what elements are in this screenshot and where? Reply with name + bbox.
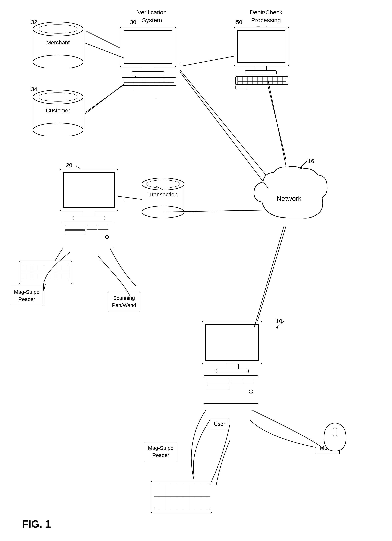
- svg-rect-34: [122, 87, 134, 90]
- svg-line-5: [268, 86, 286, 160]
- svg-point-92: [249, 390, 253, 393]
- svg-point-11: [33, 55, 83, 68]
- svg-rect-62: [87, 225, 97, 229]
- user-computer-10: [200, 320, 272, 409]
- svg-line-8: [256, 226, 286, 326]
- verification-computer: [118, 26, 182, 95]
- svg-rect-36: [238, 30, 285, 62]
- mouse-device: [322, 420, 348, 453]
- svg-rect-20: [132, 72, 164, 75]
- svg-rect-86: [216, 369, 248, 373]
- svg-rect-106: [333, 428, 337, 436]
- svg-rect-85: [226, 364, 238, 369]
- svg-rect-63: [98, 225, 108, 229]
- svg-rect-52: [235, 86, 247, 89]
- ref-20: 20: [66, 162, 72, 168]
- scanner-device-bottom: [150, 480, 214, 517]
- user-label: User: [210, 418, 229, 430]
- scanner-device-top: [18, 260, 74, 287]
- mag-stripe-reader-top: Mag-StripeReader: [10, 286, 43, 305]
- svg-rect-37: [255, 66, 267, 71]
- svg-line-81: [276, 321, 284, 328]
- svg-rect-38: [245, 71, 277, 74]
- mag-stripe-reader-bottom: Mag-StripeReader: [144, 442, 178, 461]
- customer-label: Customer: [31, 107, 85, 114]
- ref-10-arrow: [273, 320, 285, 330]
- svg-rect-60: [65, 225, 85, 229]
- pos-computer-20: [58, 168, 126, 253]
- merchant-label: Merchant: [31, 39, 85, 46]
- svg-rect-88: [207, 379, 229, 384]
- diagram-container: 32 Merchant 34 Customer 30 VerificationS…: [0, 0, 392, 541]
- svg-rect-84: [206, 324, 258, 360]
- debit-check-computer: [232, 26, 294, 95]
- svg-rect-57: [83, 211, 95, 217]
- scanning-pen-wand: ScanningPen/Wand: [108, 292, 140, 311]
- svg-rect-90: [231, 379, 242, 384]
- network-label: Network: [266, 194, 312, 203]
- svg-rect-39: [235, 77, 288, 85]
- verification-system-label: VerificationSystem: [124, 8, 180, 24]
- svg-rect-18: [124, 30, 172, 63]
- svg-point-10: [33, 22, 83, 36]
- svg-rect-58: [73, 216, 105, 220]
- transaction-label: Transaction: [140, 191, 186, 198]
- svg-point-67: [142, 206, 184, 218]
- svg-rect-91: [243, 379, 254, 384]
- svg-rect-19: [142, 67, 154, 72]
- svg-point-15: [33, 123, 83, 136]
- svg-rect-61: [65, 230, 85, 235]
- svg-point-66: [142, 178, 184, 190]
- svg-rect-56: [64, 172, 114, 207]
- svg-point-64: [105, 235, 109, 239]
- svg-point-14: [33, 90, 83, 104]
- fig-label: FIG. 1: [22, 518, 51, 530]
- svg-rect-89: [207, 385, 229, 390]
- ref-16: 16: [308, 158, 314, 164]
